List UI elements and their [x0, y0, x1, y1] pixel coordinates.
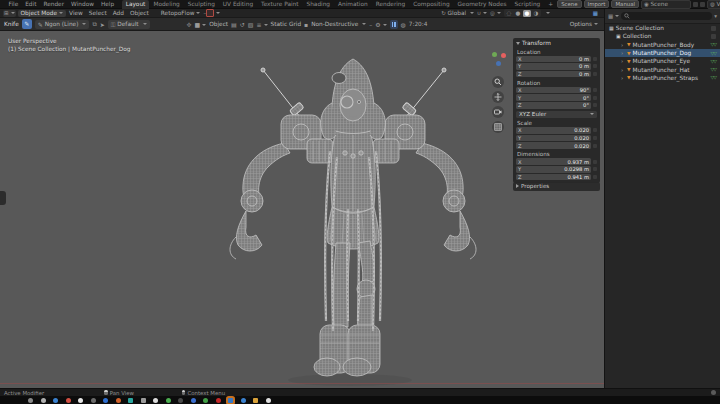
scale-z-field[interactable]: Z0.020	[516, 142, 591, 149]
retopoflow-menu[interactable]: RetopoFlow	[158, 10, 204, 16]
shading-rendered-icon[interactable]: ◑	[532, 10, 540, 17]
shading-solid-icon[interactable]: ●	[514, 10, 522, 17]
knife-tool-icon[interactable]: ✎	[22, 19, 32, 29]
taskbar-icon[interactable]	[191, 398, 196, 403]
dimensions-z-field[interactable]: Z0.941 m	[516, 174, 591, 181]
add-workspace-tab[interactable]: +	[544, 0, 557, 9]
outliner-row-eye[interactable]: › ▼ MutantPuncher_Eye ▽▽	[605, 57, 720, 65]
taskbar-icon[interactable]	[241, 398, 246, 403]
animate-icon[interactable]	[593, 64, 597, 68]
animate-icon[interactable]	[593, 88, 597, 92]
overlay-toggle-icon[interactable]: ▦	[593, 10, 598, 16]
transform-panel-header[interactable]: Transform	[516, 40, 597, 46]
layers-icon[interactable]: ▪	[304, 21, 308, 28]
animate-icon[interactable]	[593, 96, 597, 100]
proportional-edit-icon[interactable]: ◎	[490, 10, 501, 16]
grid-mode-icon[interactable]: ≡	[256, 21, 267, 28]
tab-layout[interactable]: Layout	[122, 0, 150, 9]
axis-y-dot[interactable]	[492, 52, 497, 57]
manual-button[interactable]: Manual	[611, 0, 639, 8]
taskbar-icon[interactable]	[178, 398, 183, 403]
exclude-checkbox[interactable]	[711, 26, 716, 31]
taskbar-icon[interactable]	[153, 398, 158, 403]
poly-mode-selector[interactable]: ✎ Ngon (Line)	[35, 20, 90, 29]
mode-selector[interactable]: Object Mode	[18, 10, 67, 17]
rotation-x-field[interactable]: X90°	[516, 87, 591, 94]
animate-icon[interactable]	[593, 103, 597, 107]
menu-help[interactable]: Help	[97, 1, 117, 7]
visibility-toggle-icon[interactable]: ▽▽	[711, 67, 716, 72]
move-icon[interactable]: ✥	[187, 21, 192, 28]
location-y-field[interactable]: Y0 m	[516, 63, 591, 70]
taskbar-icon[interactable]	[166, 398, 171, 403]
exclude-checkbox[interactable]	[711, 34, 716, 39]
target-icon[interactable]: ■	[195, 21, 207, 28]
properties-collapsed-panel[interactable]: Properties	[513, 182, 600, 191]
taskbar-icon[interactable]	[253, 398, 258, 403]
taskbar-icon[interactable]	[141, 398, 146, 403]
toolbar-expand-tab[interactable]	[0, 191, 6, 205]
taskbar-icon[interactable]	[116, 398, 121, 403]
animate-icon[interactable]	[593, 72, 597, 76]
zoom-view-button[interactable]	[492, 76, 504, 88]
menu-edit[interactable]: Edit	[22, 1, 40, 7]
expand-arrow-icon[interactable]: ›	[621, 50, 625, 56]
taskbar-icon[interactable]	[53, 398, 58, 403]
animate-icon[interactable]	[593, 175, 597, 179]
menu-file[interactable]: File	[5, 1, 22, 7]
animate-icon[interactable]	[593, 128, 597, 132]
taskbar-icon[interactable]	[41, 398, 46, 403]
scene-button[interactable]: Scene	[557, 0, 581, 8]
snap-magnet-icon[interactable]: ∪	[477, 10, 487, 16]
preset-selector[interactable]: ⚿ Default	[108, 20, 150, 29]
visibility-toggle-icon[interactable]: ▽▽	[711, 51, 716, 56]
menu-window[interactable]: Window	[68, 1, 98, 7]
scale-x-field[interactable]: X0.020	[516, 127, 591, 134]
taskbar-icon[interactable]	[266, 398, 271, 403]
tab-compositing[interactable]: Compositing	[409, 0, 453, 9]
dimensions-x-field[interactable]: X0.937 m	[516, 158, 591, 165]
tab-sculpting[interactable]: Sculpting	[184, 0, 219, 9]
camera-view-button[interactable]	[492, 106, 504, 118]
tab-geometry-nodes[interactable]: Geometry Nodes	[454, 0, 511, 9]
rotation-z-field[interactable]: Z0°	[516, 102, 591, 109]
destructive-mode-selector[interactable]: Non-Destructive	[311, 21, 366, 27]
tab-texture-paint[interactable]: Texture Paint	[257, 0, 302, 9]
mirror-icon[interactable]: ↺	[240, 21, 245, 28]
view-layer-selector[interactable]: ◍ ViewLayer	[707, 0, 720, 9]
scale-y-field[interactable]: Y0.020	[516, 135, 591, 142]
taskbar-icon[interactable]	[216, 398, 221, 403]
outliner-display-mode-icon[interactable]: ▦	[608, 13, 619, 19]
menu-view[interactable]: View	[66, 10, 86, 16]
dimensions-y-field[interactable]: Y0.0298 m	[516, 166, 591, 173]
axis-gizmo[interactable]	[489, 52, 507, 70]
status-notification-icon[interactable]	[711, 390, 716, 395]
symmetry-icon[interactable]: ▧	[248, 21, 254, 28]
location-x-field[interactable]: X0 m	[516, 56, 591, 63]
location-z-field[interactable]: Z0 m	[516, 71, 591, 78]
animate-icon[interactable]	[593, 160, 597, 164]
taskbar-icon[interactable]	[91, 398, 96, 403]
orientation-selector[interactable]: ↻ Global	[441, 10, 474, 16]
taskbar-icon-blender-active[interactable]	[228, 398, 233, 403]
rotation-y-field[interactable]: Y0°	[516, 94, 591, 101]
scene-selector[interactable]: ◉ Scene	[641, 0, 691, 9]
gear-icon[interactable]: ⚙	[375, 21, 386, 28]
new-scene-button[interactable]	[693, 2, 698, 7]
taskbar-icon[interactable]	[28, 398, 33, 403]
outliner-row-straps[interactable]: › ▼ MutantPuncher_Straps ▽▽	[605, 74, 720, 82]
menu-object[interactable]: Object	[127, 10, 152, 16]
expand-arrow-icon[interactable]: ›	[621, 75, 625, 81]
animate-icon[interactable]	[593, 167, 597, 171]
visibility-toggle-icon[interactable]: ▽▽	[711, 75, 716, 80]
menu-select[interactable]: Select	[86, 10, 110, 16]
animate-icon[interactable]	[593, 136, 597, 140]
red-slot-icon[interactable]	[206, 9, 214, 17]
clipboard-icon[interactable]: ⧉	[92, 20, 96, 28]
taskbar-icon[interactable]	[128, 398, 133, 403]
expand-arrow-icon[interactable]: ›	[621, 42, 625, 48]
outliner-row-collection[interactable]: ▣ Collection	[605, 32, 720, 40]
outliner-row-scene-collection[interactable]: ▦ Scene Collection	[605, 24, 720, 32]
shading-wireframe-icon[interactable]: ◌	[505, 10, 513, 17]
animate-icon[interactable]	[593, 144, 597, 148]
